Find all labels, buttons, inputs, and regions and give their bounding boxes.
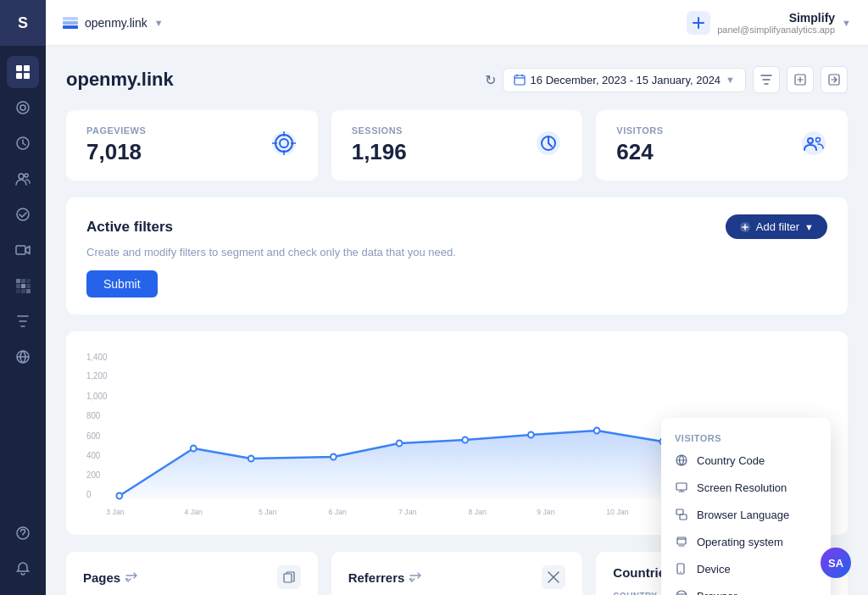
filter-dropdown: Visitors Country Code Screen Resolution … xyxy=(661,418,831,595)
dropdown-browser-language[interactable]: Browser Language xyxy=(661,501,831,528)
svg-rect-42 xyxy=(677,537,686,544)
sidebar-item-dashboard[interactable] xyxy=(7,56,39,88)
exchange-icon-ref xyxy=(409,572,421,582)
svg-point-34 xyxy=(802,131,826,155)
pages-title-text: Pages xyxy=(83,570,120,585)
svg-rect-0 xyxy=(16,65,22,71)
sidebar-item-help[interactable] xyxy=(7,517,39,549)
dropdown-browser-language-label: Browser Language xyxy=(697,509,789,521)
svg-point-5 xyxy=(20,105,25,110)
site-icon xyxy=(63,17,78,29)
filters-section: Active filters Add filter ▼ Create and m… xyxy=(66,197,848,314)
avatar-initials: SA xyxy=(828,557,843,570)
svg-rect-26 xyxy=(515,75,525,85)
sidebar-item-goals[interactable] xyxy=(7,198,39,231)
sessions-icon xyxy=(535,130,562,162)
sidebar-item-recordings[interactable] xyxy=(7,234,39,266)
sidebar: S xyxy=(0,0,46,595)
pages-export-button[interactable] xyxy=(277,565,301,589)
filters-header: Active filters Add filter ▼ xyxy=(86,214,827,239)
site-dropdown-icon[interactable]: ▼ xyxy=(154,18,164,28)
globe-icon xyxy=(675,453,688,467)
date-range-chevron: ▼ xyxy=(726,75,735,85)
svg-text:1,200: 1,200 xyxy=(86,371,108,381)
sidebar-item-globe[interactable] xyxy=(7,341,39,373)
topbar-right: Simplify panel@simplifyanalytics.app ▼ xyxy=(687,11,851,35)
stat-pageviews: PAGEVIEWS 7,018 xyxy=(66,110,318,181)
add-filter-label: Add filter xyxy=(756,220,799,233)
sidebar-item-notifications[interactable] xyxy=(7,553,39,585)
sidebar-item-analytics[interactable] xyxy=(7,92,39,124)
dropdown-screen-resolution[interactable]: Screen Resolution xyxy=(661,474,831,501)
chart-point xyxy=(331,454,337,460)
sidebar-item-time[interactable] xyxy=(7,127,39,159)
dropdown-browser[interactable]: Browser xyxy=(661,582,831,595)
submit-button[interactable]: Submit xyxy=(86,270,158,298)
stat-sessions: SESSIONS 1,196 xyxy=(331,110,583,181)
dropdown-operating-system[interactable]: Operating system xyxy=(661,528,831,555)
svg-rect-18 xyxy=(21,289,25,293)
stat-pageviews-value: 7,018 xyxy=(86,139,146,165)
calendar-icon xyxy=(514,74,526,86)
visitors-icon xyxy=(800,130,827,162)
referrers-panel: Referrers DOMAIN PAGEVIEWS Direct 6,412 … xyxy=(331,552,583,595)
sidebar-item-funnels[interactable] xyxy=(7,305,39,337)
sidebar-item-users[interactable] xyxy=(7,163,39,195)
user-profile[interactable]: Simplify panel@simplifyanalytics.app ▼ xyxy=(687,11,851,35)
exchange-icon xyxy=(125,572,137,582)
svg-rect-11 xyxy=(16,279,20,283)
date-range-button[interactable]: 16 December, 2023 - 15 January, 2024 ▼ xyxy=(503,68,746,92)
svg-rect-2 xyxy=(16,73,22,79)
referrers-panel-header: Referrers xyxy=(348,565,566,589)
chart-point xyxy=(462,437,468,443)
svg-rect-12 xyxy=(21,279,25,283)
page-title: openmy.link xyxy=(66,69,174,91)
user-email: panel@simplifyanalytics.app xyxy=(717,25,835,35)
svg-rect-16 xyxy=(26,284,31,288)
dropdown-country-code[interactable]: Country Code xyxy=(661,447,831,474)
site-name: openmy.link xyxy=(85,16,147,30)
svg-rect-22 xyxy=(63,17,78,20)
export-button-1[interactable] xyxy=(787,66,814,93)
filter-button[interactable] xyxy=(753,66,780,93)
dropdown-browser-label: Browser xyxy=(697,590,737,596)
svg-text:5 Jan: 5 Jan xyxy=(259,508,276,516)
dropdown-device[interactable]: Device xyxy=(661,555,831,582)
avatar[interactable]: SA xyxy=(821,548,851,578)
svg-text:200: 200 xyxy=(86,470,101,480)
svg-text:3 Jan: 3 Jan xyxy=(106,508,124,516)
sidebar-logo[interactable]: S xyxy=(0,0,46,46)
user-info: Simplify panel@simplifyanalytics.app xyxy=(717,11,835,35)
dropdown-screen-resolution-label: Screen Resolution xyxy=(697,481,787,494)
referrers-export-button[interactable] xyxy=(542,565,565,589)
svg-rect-10 xyxy=(16,246,25,254)
export-button-2[interactable] xyxy=(821,66,848,93)
stat-visitors: VISITORS 624 xyxy=(596,110,848,181)
user-dropdown-icon[interactable]: ▼ xyxy=(842,18,851,28)
sidebar-bottom xyxy=(7,517,39,595)
svg-rect-1 xyxy=(24,65,30,71)
chart-point xyxy=(397,441,403,447)
stat-visitors-value: 624 xyxy=(616,139,663,165)
filters-wrapper: Active filters Add filter ▼ Create and m… xyxy=(66,197,848,314)
stat-visitors-info: VISITORS 624 xyxy=(616,125,663,165)
stat-pageviews-label: PAGEVIEWS xyxy=(86,125,146,136)
svg-text:4 Jan: 4 Jan xyxy=(185,508,203,516)
svg-text:1,000: 1,000 xyxy=(86,392,108,401)
add-filter-button[interactable]: Add filter ▼ xyxy=(726,214,827,239)
topbar: openmy.link ▼ Simplify panel@simplifyana… xyxy=(46,0,868,46)
pages-panel: Pages PAGE PAGEVIEWS /user 1,002 25.9% xyxy=(66,552,318,595)
page-controls: ↻ 16 December, 2023 - 15 January, 2024 ▼ xyxy=(485,66,848,93)
svg-rect-3 xyxy=(24,73,30,79)
dropdown-country-code-label: Country Code xyxy=(697,454,765,467)
add-filter-chevron: ▼ xyxy=(804,222,814,232)
chart-point xyxy=(528,432,534,438)
svg-rect-14 xyxy=(16,284,20,288)
svg-text:10 Jan: 10 Jan xyxy=(606,508,628,516)
chart-point xyxy=(248,456,254,462)
dropdown-visitors-label: Visitors xyxy=(661,428,831,447)
svg-rect-40 xyxy=(676,509,683,514)
refresh-button[interactable]: ↻ xyxy=(485,72,496,88)
sidebar-item-heatmaps[interactable] xyxy=(7,270,39,302)
dropdown-os-label: Operating system xyxy=(697,536,783,548)
